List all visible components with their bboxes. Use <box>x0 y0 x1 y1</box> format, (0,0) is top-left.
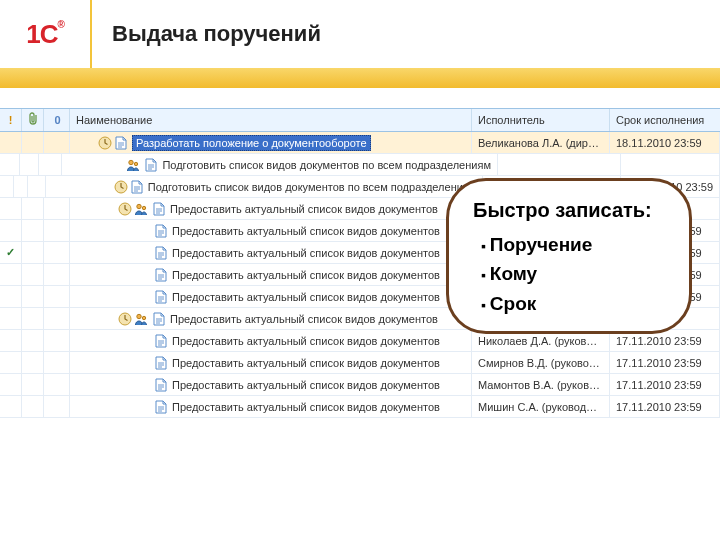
column-mark[interactable]: ! <box>0 109 22 131</box>
cell-attach <box>22 396 44 417</box>
document-icon <box>153 202 167 216</box>
cell-executor: Мамонтов В.А. (руководит... <box>472 374 610 395</box>
callout-bubble: Быстро записать: Поручение Кому Срок <box>446 178 692 334</box>
document-icon <box>155 378 169 392</box>
svg-point-5 <box>137 204 141 208</box>
cell-attach <box>22 374 44 395</box>
row-name-text: Предоставить актуальный список видов док… <box>172 401 440 413</box>
row-name-text: Предоставить актуальный список видов док… <box>172 291 440 303</box>
cell-executor: Мишин С.А. (руководитель ... <box>472 396 610 417</box>
cell-due: 18.11.2010 23:59 <box>610 132 720 153</box>
cell-name: Предоставить актуальный список видов док… <box>70 286 472 307</box>
cell-attach <box>22 132 44 153</box>
header-bar: 1C® Выдача поручений <box>0 0 720 68</box>
cell-executor: Великанова Л.А. (директор ... <box>472 132 610 153</box>
cell-tree <box>44 220 70 241</box>
spacer <box>0 88 720 108</box>
cell-tree <box>39 154 62 175</box>
table-row[interactable]: Подготовить список видов документов по в… <box>0 154 720 176</box>
clock-icon <box>118 202 132 216</box>
cell-tree <box>44 264 70 285</box>
cell-tree <box>44 352 70 373</box>
table-row[interactable]: Предоставить актуальный список видов док… <box>0 374 720 396</box>
row-name-text: Предоставить актуальный список видов док… <box>172 335 440 347</box>
exclamation-icon: ! <box>9 114 13 126</box>
row-name-text: Предоставить актуальный список видов док… <box>172 225 440 237</box>
column-attach[interactable] <box>22 109 44 131</box>
cell-due: 17.11.2010 23:59 <box>610 352 720 373</box>
document-icon <box>155 334 169 348</box>
cell-mark <box>0 330 22 351</box>
cell-name: Предоставить актуальный список видов док… <box>70 396 472 417</box>
cell-name: Предоставить актуальный список видов док… <box>70 220 472 241</box>
table-row[interactable]: Предоставить актуальный список видов док… <box>0 396 720 418</box>
column-executor[interactable]: Исполнитель <box>472 109 610 131</box>
row-name-text: Разработать положение о документообороте <box>132 135 371 151</box>
cell-due: 17.11.2010 23:59 <box>610 396 720 417</box>
grid-header: ! 0 Наименование Исполнитель Срок исполн… <box>0 108 720 132</box>
document-icon <box>145 158 159 172</box>
callout-title: Быстро записать: <box>473 199 669 222</box>
document-icon <box>153 312 167 326</box>
clock-icon <box>114 180 128 194</box>
cell-name: Разработать положение о документообороте <box>70 132 472 153</box>
cell-mark <box>0 352 22 373</box>
row-name-text: Предоставить актуальный список видов док… <box>170 203 438 215</box>
cell-attach <box>22 308 44 329</box>
cell-attach <box>20 154 40 175</box>
document-icon <box>155 400 169 414</box>
paperclip-icon <box>27 112 39 128</box>
document-icon <box>155 246 169 260</box>
cell-name: Подготовить список видов документов по в… <box>62 154 498 175</box>
cell-executor: Смирнов В.Д. (руководител... <box>472 352 610 373</box>
svg-point-6 <box>142 206 145 209</box>
row-name-text: Подготовить список видов документов по в… <box>148 181 477 193</box>
row-name-text: Подготовить список видов документов по в… <box>162 159 491 171</box>
cell-attach <box>22 286 44 307</box>
clock-icon <box>98 136 112 150</box>
cell-name: Предоставить актуальный список видов док… <box>70 198 472 219</box>
cell-name: Предоставить актуальный список видов док… <box>70 374 472 395</box>
callout-list: Поручение Кому Срок <box>473 230 669 318</box>
cell-tree <box>44 286 70 307</box>
row-name-text: Предоставить актуальный список видов док… <box>170 313 438 325</box>
cell-name: Предоставить актуальный список видов док… <box>70 308 472 329</box>
cell-mark <box>0 176 14 197</box>
cell-attach <box>22 220 44 241</box>
cell-name: Предоставить актуальный список видов док… <box>70 352 472 373</box>
cell-name: Подготовить список видов документов по в… <box>46 176 484 197</box>
person-icon <box>134 202 148 216</box>
table-row[interactable]: Предоставить актуальный список видов док… <box>0 352 720 374</box>
cell-due <box>621 154 720 175</box>
person-icon <box>126 158 140 172</box>
document-icon <box>155 268 169 282</box>
svg-point-1 <box>129 160 133 164</box>
page-title: Выдача поручений <box>112 21 321 47</box>
table-row[interactable]: Разработать положение о документообороте… <box>0 132 720 154</box>
callout-item: Кому <box>481 259 669 288</box>
cell-tree <box>44 308 70 329</box>
cell-executor <box>498 154 621 175</box>
cell-due: 17.11.2010 23:59 <box>610 374 720 395</box>
svg-point-9 <box>142 316 145 319</box>
row-name-text: Предоставить актуальный список видов док… <box>172 269 440 281</box>
cell-mark <box>0 374 22 395</box>
cell-mark: ✓ <box>0 242 22 263</box>
callout-item: Срок <box>481 289 669 318</box>
column-counter[interactable]: 0 <box>44 109 70 131</box>
column-due[interactable]: Срок исполнения <box>610 109 720 131</box>
cell-mark <box>0 264 22 285</box>
svg-point-2 <box>135 162 138 165</box>
cell-mark <box>0 286 22 307</box>
document-icon <box>115 136 129 150</box>
cell-attach <box>22 198 44 219</box>
cell-attach <box>22 264 44 285</box>
cell-mark <box>0 132 22 153</box>
logo-cell: 1C® <box>0 0 92 68</box>
column-name[interactable]: Наименование <box>70 109 472 131</box>
cell-tree <box>44 330 70 351</box>
cell-name: Предоставить актуальный список видов док… <box>70 330 472 351</box>
cell-tree <box>44 396 70 417</box>
cell-mark <box>0 154 20 175</box>
cell-mark <box>0 220 22 241</box>
